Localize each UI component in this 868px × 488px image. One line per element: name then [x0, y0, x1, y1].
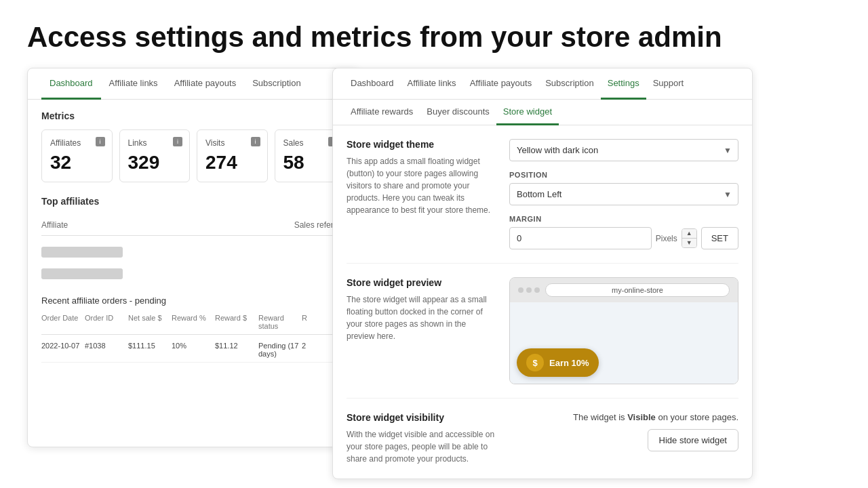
preview-title: Store widget preview: [347, 277, 496, 288]
browser-url: my-online-store: [545, 283, 730, 297]
browser-dot-1: [518, 287, 524, 293]
left-panel: Dashboard Affiliate links Affiliate payo…: [27, 68, 359, 447]
metrics-grid: i Affiliates 32 i Links 329 i Visits 274…: [41, 129, 345, 182]
widget-coin-icon: $: [526, 354, 544, 371]
theme-select[interactable]: Yellow with dark icon: [509, 139, 738, 161]
tab-subscription[interactable]: Subscription: [244, 68, 309, 100]
tab-affiliate-links[interactable]: Affiliate links: [101, 68, 166, 100]
metrics-title: Metrics: [41, 110, 345, 121]
position-label: POSITION: [509, 171, 738, 179]
visibility-title: Store widget visibility: [347, 412, 496, 423]
info-icon-visits: i: [251, 137, 260, 146]
reward-pct-header: Reward %: [172, 314, 215, 330]
margin-input[interactable]: [509, 227, 652, 249]
affiliate-col-header: Affiliate: [41, 220, 68, 230]
position-select-wrapper: Bottom Left ▼: [509, 183, 738, 205]
preview-desc: The store widget will appear as a small …: [347, 293, 496, 342]
widget-button-preview: $ Earn 10%: [517, 348, 599, 377]
sub-tab-store-widget[interactable]: Store widget: [496, 100, 559, 125]
reward-status-header: Reward status: [258, 314, 302, 330]
visibility-status-text: The widget is Visible on your store page…: [573, 412, 738, 422]
widget-visibility-section: Store widget visibility With the widget …: [347, 412, 738, 465]
sub-tab-affiliate-rewards[interactable]: Affiliate rewards: [344, 100, 420, 125]
metric-links: i Links 329: [119, 129, 191, 182]
hide-store-widget-button[interactable]: Hide store widget: [648, 429, 738, 451]
right-tab-affiliate-links[interactable]: Affiliate links: [401, 68, 463, 100]
order-net: $111.15: [128, 342, 172, 358]
margin-row: Pixels ▲ ▼ SET: [509, 227, 738, 249]
order-status: Pending (17 days): [258, 342, 302, 358]
browser-bar: my-online-store: [510, 278, 738, 302]
margin-label: MARGIN: [509, 215, 738, 223]
widget-theme-section: Store widget theme This app adds a small…: [347, 139, 738, 264]
order-date: 2022-10-07: [41, 342, 85, 358]
top-affiliates-section: Top affiliates Affiliate Sales referred …: [41, 196, 345, 285]
widget-preview-section: Store widget preview The store widget wi…: [347, 277, 738, 399]
order-id-header: Order ID: [85, 314, 128, 330]
affiliate-bar-2: [41, 268, 123, 279]
visibility-desc: With the widget visible and accessible o…: [347, 428, 496, 465]
browser-content: $ Earn 10%: [510, 302, 738, 384]
pixels-label: Pixels: [656, 234, 677, 243]
right-tab-affiliate-payouts[interactable]: Affiliate payouts: [463, 68, 539, 100]
order-reward: $11.12: [215, 342, 258, 358]
order-date-header: Order Date: [41, 314, 85, 330]
tab-affiliate-payouts[interactable]: Affiliate payouts: [166, 68, 245, 100]
affiliates-table-header: Affiliate Sales referred: [41, 215, 345, 236]
widget-label: Earn 10%: [549, 358, 589, 368]
widget-theme-title: Store widget theme: [347, 139, 496, 150]
info-icon-links: i: [173, 137, 182, 146]
right-tab-settings[interactable]: Settings: [601, 68, 646, 100]
right-panel: Dashboard Affiliate links Affiliate payo…: [332, 68, 753, 479]
stepper-down[interactable]: ▼: [682, 239, 696, 247]
pending-title: Recent affiliate orders - pending: [41, 296, 345, 306]
sub-tab-buyer-discounts[interactable]: Buyer discounts: [420, 100, 496, 125]
browser-dot-2: [526, 287, 532, 293]
theme-select-wrapper: Yellow with dark icon ▼: [509, 139, 738, 161]
right-tab-support[interactable]: Support: [646, 68, 691, 100]
browser-mockup: my-online-store $ Earn 10%: [509, 277, 738, 384]
info-icon-affiliates: i: [96, 137, 105, 146]
right-tab-subscription[interactable]: Subscription: [538, 68, 601, 100]
right-nav: Dashboard Affiliate links Affiliate payo…: [333, 68, 752, 100]
browser-dots: [518, 287, 540, 293]
order-id: #1038: [85, 342, 128, 358]
visibility-status: Visible: [627, 412, 656, 422]
reward-dollar-header: Reward $: [215, 314, 258, 330]
tab-dashboard[interactable]: Dashboard: [41, 68, 101, 100]
metric-affiliates: i Affiliates 32: [41, 129, 113, 182]
affiliate-row-2: 11: [41, 263, 345, 285]
position-select[interactable]: Bottom Left: [509, 183, 738, 205]
margin-stepper: ▲ ▼: [682, 228, 697, 248]
net-sale-header: Net sale $: [128, 314, 172, 330]
right-tab-dashboard[interactable]: Dashboard: [344, 68, 401, 100]
sub-nav: Affiliate rewards Buyer discounts Store …: [333, 100, 752, 125]
affiliate-row-1: 13: [41, 241, 345, 263]
set-button[interactable]: SET: [701, 227, 738, 249]
browser-dot-3: [534, 287, 540, 293]
order-row-1: 2022-10-07 #1038 $111.15 10% $11.12 Pend…: [41, 338, 345, 363]
visibility-text-pre: The widget is: [573, 412, 627, 422]
left-nav: Dashboard Affiliate links Affiliate payo…: [28, 68, 359, 100]
top-affiliates-title: Top affiliates: [41, 196, 345, 207]
page-heading: Access settings and metrics from your st…: [0, 0, 868, 68]
visibility-text-post: on your store pages.: [656, 412, 738, 422]
order-pct: 10%: [172, 342, 215, 358]
orders-table-header: Order Date Order ID Net sale $ Reward % …: [41, 314, 345, 335]
metric-visits: i Visits 274: [197, 129, 268, 182]
affiliate-bar-1: [41, 247, 123, 258]
widget-theme-desc: This app adds a small floating widget (b…: [347, 155, 496, 216]
stepper-up[interactable]: ▲: [682, 229, 696, 239]
